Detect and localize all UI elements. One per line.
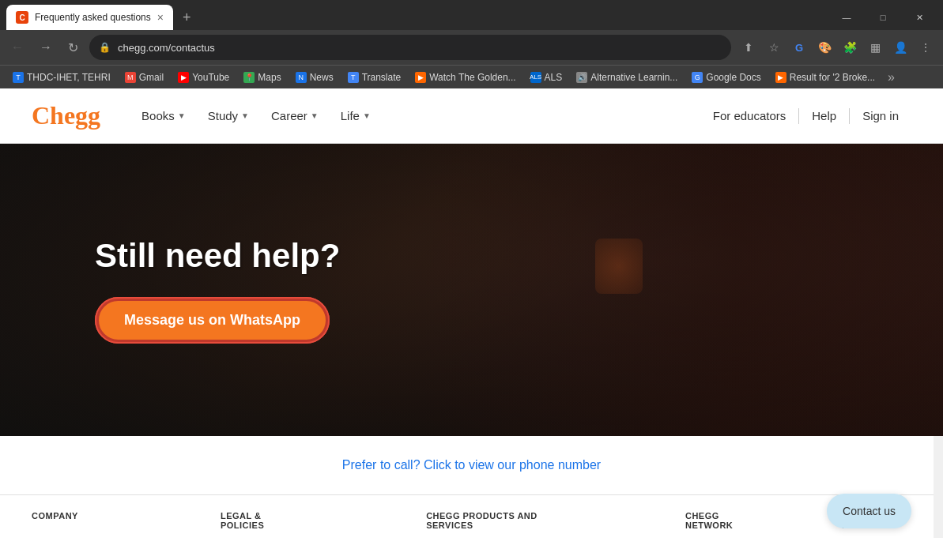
address-bar[interactable] <box>89 35 731 60</box>
phone-section: Prefer to call? Click to view our phone … <box>0 436 943 494</box>
study-label: Study <box>208 109 238 122</box>
news-favicon: N <box>296 72 307 83</box>
bookmark-news[interactable]: N News <box>289 70 340 85</box>
gmail-label: Gmail <box>139 72 164 83</box>
bookmarks-bar: T THDC-IHET, TEHRI M Gmail ▶ YouTube 📍 M… <box>0 65 943 88</box>
bookmark-watch[interactable]: ▶ Watch The Golden... <box>409 70 522 85</box>
lock-icon: 🔒 <box>99 42 111 53</box>
bookmark-icon[interactable]: ☆ <box>763 36 785 58</box>
life-label: Life <box>341 109 360 122</box>
alt-label: Alternative Learnin... <box>590 72 677 83</box>
footer-col-products: CHEGG PRODUCTS AND SERVICES <box>426 511 543 530</box>
chegg-website: Chegg Books ▼ Study ▼ Career ▼ Life ▼ Fo… <box>0 88 943 538</box>
help-link[interactable]: Help <box>799 103 849 129</box>
thdc-label: THDC-IHET, TEHRI <box>27 72 111 83</box>
nav-career[interactable]: Career ▼ <box>262 103 328 129</box>
career-label: Career <box>271 109 307 122</box>
browser-chrome: C Frequently asked questions × + — □ ✕ ←… <box>0 0 943 88</box>
maps-label: Maps <box>258 72 281 83</box>
footer-company-title: COMPANY <box>32 511 78 521</box>
footer-col-company: COMPANY <box>32 511 78 530</box>
back-button[interactable]: ← <box>6 37 28 58</box>
footer-col-legal: LEGAL & POLICIES <box>221 511 284 530</box>
extension-paint-icon[interactable]: 🎨 <box>813 36 835 58</box>
tab-favicon: C <box>16 11 28 24</box>
browser-tab[interactable]: C Frequently asked questions × <box>6 5 173 30</box>
footer: COMPANY LEGAL & POLICIES CHEGG PRODUCTS … <box>0 494 943 538</box>
hero-title: Still need help? <box>95 237 340 275</box>
maximize-button[interactable]: □ <box>866 6 900 28</box>
close-button[interactable]: ✕ <box>902 6 937 28</box>
maps-favicon: 📍 <box>243 72 255 83</box>
refresh-button[interactable]: ↻ <box>63 37 83 58</box>
tab-close-icon[interactable]: × <box>157 11 164 24</box>
share-icon[interactable]: ⬆ <box>737 36 760 58</box>
address-bar-wrapper: 🔒 <box>89 35 731 60</box>
bookmark-thdc[interactable]: T THDC-IHET, TEHRI <box>6 70 117 85</box>
nav-study[interactable]: Study ▼ <box>198 103 258 129</box>
youtube-favicon: ▶ <box>178 72 189 83</box>
profile-icon[interactable]: 👤 <box>889 36 911 58</box>
result-favicon: ▶ <box>775 72 786 83</box>
extension-g-icon[interactable]: G <box>788 36 810 58</box>
youtube-label: YouTube <box>192 72 229 83</box>
nav-life[interactable]: Life ▼ <box>331 103 380 129</box>
contact-us-bubble[interactable]: Contact us <box>827 494 911 528</box>
address-bar-row: ← → ↻ 🔒 ⬆ ☆ G 🎨 🧩 ▦ 👤 ⋮ <box>0 30 943 65</box>
whatsapp-button[interactable]: Message us on WhatsApp <box>96 299 328 342</box>
sidebar-icon[interactable]: ▦ <box>864 36 886 58</box>
result-label: Result for '2 Broke... <box>790 72 875 83</box>
gdocs-favicon: G <box>692 72 703 83</box>
thdc-favicon: T <box>13 72 24 83</box>
minimize-button[interactable]: — <box>829 6 864 28</box>
als-label: ALS <box>545 72 563 83</box>
forward-button[interactable]: → <box>35 37 57 58</box>
career-arrow-icon: ▼ <box>311 111 319 120</box>
als-favicon: ALS <box>530 72 541 83</box>
bookmark-translate[interactable]: T Translate <box>341 70 408 85</box>
footer-col-network: CHEGG NETWORK <box>685 511 747 530</box>
footer-products-title: CHEGG PRODUCTS AND SERVICES <box>426 511 543 530</box>
tab-title: Frequently asked questions <box>35 12 151 23</box>
bookmark-alt[interactable]: 🔊 Alternative Learnin... <box>570 70 684 85</box>
hero-content: Still need help? Message us on WhatsApp <box>0 237 340 344</box>
hero-section: Still need help? Message us on WhatsApp <box>0 144 943 436</box>
title-bar: C Frequently asked questions × + — □ ✕ <box>0 0 943 30</box>
for-educators-link[interactable]: For educators <box>700 103 799 129</box>
nav-right: For educators Help Sign in <box>700 103 911 129</box>
translate-label: Translate <box>362 72 402 83</box>
new-tab-button[interactable]: + <box>176 6 198 29</box>
bookmark-youtube[interactable]: ▶ YouTube <box>172 70 236 85</box>
sign-in-link[interactable]: Sign in <box>850 103 911 129</box>
gmail-favicon: M <box>125 72 136 83</box>
alt-favicon: 🔊 <box>576 72 587 83</box>
phone-number-link[interactable]: Prefer to call? Click to view our phone … <box>342 458 601 472</box>
toolbar-right: ⬆ ☆ G 🎨 🧩 ▦ 👤 ⋮ <box>737 36 937 58</box>
books-arrow-icon: ▼ <box>178 111 186 120</box>
footer-network-title: CHEGG NETWORK <box>685 511 747 530</box>
footer-legal-title: LEGAL & POLICIES <box>221 511 284 530</box>
nav-books[interactable]: Books ▼ <box>132 103 195 129</box>
study-arrow-icon: ▼ <box>241 111 249 120</box>
watch-favicon: ▶ <box>415 72 426 83</box>
whatsapp-btn-wrapper: Message us on WhatsApp <box>95 297 330 344</box>
extensions-puzzle-icon[interactable]: 🧩 <box>839 36 861 58</box>
chegg-logo[interactable]: Chegg <box>32 101 100 130</box>
footer-columns: COMPANY LEGAL & POLICIES CHEGG PRODUCTS … <box>32 511 911 530</box>
chegg-nav: Chegg Books ▼ Study ▼ Career ▼ Life ▼ Fo… <box>0 88 943 144</box>
gdocs-label: Google Docs <box>706 72 760 83</box>
bookmark-maps[interactable]: 📍 Maps <box>237 70 287 85</box>
menu-icon[interactable]: ⋮ <box>915 36 937 58</box>
translate-favicon: T <box>348 72 359 83</box>
chegg-nav-links: Books ▼ Study ▼ Career ▼ Life ▼ <box>132 103 380 129</box>
books-label: Books <box>141 109 175 122</box>
bookmark-gmail[interactable]: M Gmail <box>119 70 170 85</box>
bookmark-result[interactable]: ▶ Result for '2 Broke... <box>769 70 881 85</box>
watch-label: Watch The Golden... <box>429 72 515 83</box>
life-arrow-icon: ▼ <box>363 111 371 120</box>
bookmark-gdocs[interactable]: G Google Docs <box>685 70 767 85</box>
bookmarks-more-icon[interactable]: » <box>883 69 900 86</box>
window-controls: — □ ✕ <box>829 6 937 28</box>
bookmark-als[interactable]: ALS ALS <box>524 70 569 85</box>
news-label: News <box>310 72 334 83</box>
